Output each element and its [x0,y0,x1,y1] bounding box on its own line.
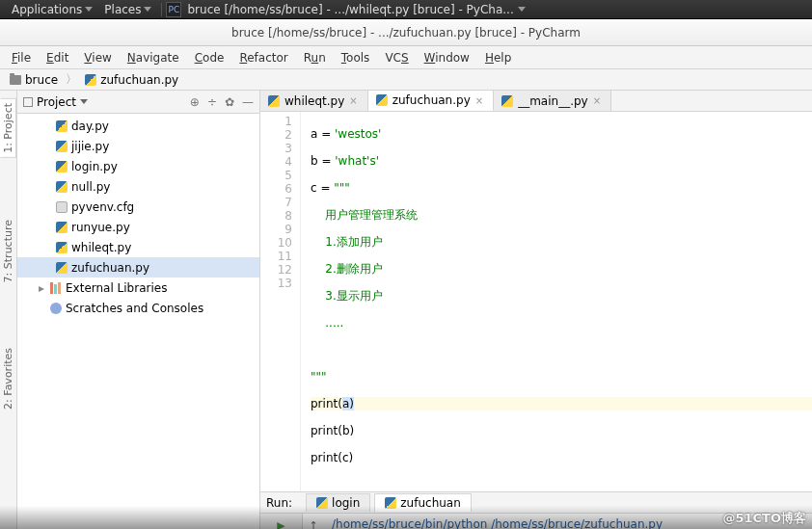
breadcrumb-file[interactable]: zufuchuan.py [81,72,182,88]
window-title: bruce [/home/ss/bruce] - .../zufuchuan.p… [231,26,581,40]
pycharm-taskbar-icon[interactable]: PC [166,2,181,17]
tree-external-libraries[interactable]: ▸External Libraries [17,278,259,298]
line-number[interactable]: 13 [260,276,292,289]
menu-run[interactable]: Run [296,48,334,67]
close-tab-icon[interactable]: × [349,95,357,106]
line-number[interactable]: 12 [260,262,292,276]
project-panel: Project ⊕ ÷ ✿ — day.pyjijie.pylogin.pynu… [17,91,260,529]
locate-icon[interactable]: ⊕ [190,95,200,109]
menu-tools[interactable]: Tools [334,48,378,67]
config-file-icon [56,201,68,213]
tree-item-label: Scratches and Consoles [66,302,203,315]
line-number[interactable]: 5 [260,168,292,181]
project-icon [23,97,33,107]
project-title[interactable]: Project [23,95,186,109]
tree-item-label: day.py [71,119,109,133]
chevron-right-icon: 〉 [66,71,77,88]
chevron-down-icon [85,7,93,12]
menu-code[interactable]: Code [187,48,232,67]
taskbar-window-title[interactable]: bruce [/home/ss/bruce] - .../whileqt.py … [187,3,513,16]
line-number[interactable]: 10 [260,235,292,249]
tab-label: zufuchuan.py [392,93,471,107]
tree-item-label: login.py [71,160,118,173]
line-number[interactable]: 4 [260,154,292,168]
chevron-right-icon: ▸ [39,281,46,295]
code-area[interactable]: a = 'westos' b = 'what's' c = """ 用户管理管理… [301,112,812,491]
sys-applications-menu[interactable]: Applications [6,3,98,16]
chevron-down-icon [144,7,151,12]
close-tab-icon[interactable]: × [475,95,483,106]
watermark: @51CTO博客 [722,510,806,527]
vtab-project[interactable]: 1: Project [0,98,16,158]
tree-item[interactable]: jijie.py [17,136,259,156]
collapse-icon[interactable]: ÷ [207,95,217,109]
settings-gear-icon[interactable]: ✿ [225,95,234,109]
line-number[interactable]: 3 [260,141,292,154]
chevron-down-icon [80,99,88,104]
python-file-icon [56,262,68,274]
breadcrumb-root[interactable]: bruce [6,72,62,88]
tree-item-label: jijie.py [71,140,109,153]
main-area: 1: Project 7: Structure 2: Favorites Pro… [0,91,812,529]
python-file-icon [376,94,388,106]
python-file-icon [501,95,513,107]
tree-item-label: null.py [71,180,110,194]
menu-window[interactable]: Window [417,48,477,67]
line-gutter[interactable]: 12345678910111213 [260,112,301,491]
tree-item[interactable]: login.py [17,156,259,176]
left-tool-tabs: 1: Project 7: Structure 2: Favorites [0,91,17,529]
tab-label: whileqt.py [284,94,344,108]
menu-help[interactable]: Help [477,48,519,67]
line-number[interactable]: 11 [260,249,292,262]
tree-item[interactable]: whileqt.py [17,237,259,257]
libraries-icon [50,282,62,294]
line-number[interactable]: 8 [260,208,292,222]
tree-item[interactable]: pyvenv.cfg [17,197,259,217]
bottom-shade [0,506,812,529]
line-number[interactable]: 7 [260,195,292,208]
python-file-icon [56,222,68,233]
tree-item-label: External Libraries [66,281,167,295]
python-file-icon [85,74,96,86]
line-number[interactable]: 9 [260,222,292,235]
project-header: Project ⊕ ÷ ✿ — [17,91,259,114]
tree-scratches[interactable]: Scratches and Consoles [17,298,259,318]
menu-view[interactable]: View [76,48,119,67]
tree-item[interactable]: runyue.py [17,217,259,237]
python-file-icon [56,161,68,172]
menu-refactor[interactable]: Refactor [231,48,295,67]
menu-vcs[interactable]: VCS [377,48,416,67]
breadcrumb: bruce 〉 zufuchuan.py [0,69,812,91]
tree-item[interactable]: null.py [17,176,259,197]
scratches-icon [50,303,62,314]
vtab-favorites[interactable]: 2: Favorites [1,344,15,413]
project-tree[interactable]: day.pyjijie.pylogin.pynull.pypyvenv.cfgr… [17,114,259,529]
menu-navigate[interactable]: Navigate [120,48,187,67]
divider [161,3,162,16]
window-title-bar: bruce [/home/ss/bruce] - .../zufuchuan.p… [0,19,812,46]
editor-tabs: whileqt.py×zufuchuan.py×__main__.py× [260,91,812,112]
vtab-structure[interactable]: 7: Structure [1,216,15,286]
menu-edit[interactable]: Edit [39,48,76,67]
hide-panel-icon[interactable]: — [242,95,254,109]
editor-tab[interactable]: __main__.py× [494,91,611,111]
editor-tab[interactable]: whileqt.py× [260,91,368,111]
sys-places-menu[interactable]: Places [98,3,157,16]
line-number[interactable]: 6 [260,181,292,195]
folder-icon [10,75,21,85]
tree-item[interactable]: day.py [17,116,259,136]
menu-file[interactable]: File [4,48,39,67]
tree-item-label: zufuchuan.py [71,261,149,275]
menu-bar: File Edit View Navigate Code Refactor Ru… [0,46,812,69]
tab-label: __main__.py [518,94,588,108]
tree-item-label: whileqt.py [71,241,131,254]
line-number[interactable]: 1 [260,114,292,127]
line-number[interactable]: 2 [260,127,292,141]
python-file-icon [268,95,280,107]
tree-item-label: pyvenv.cfg [71,200,134,214]
tree-item[interactable]: zufuchuan.py [17,257,259,278]
system-bar: Applications Places PC bruce [/home/ss/b… [0,0,812,19]
editor-body[interactable]: 12345678910111213 a = 'westos' b = 'what… [260,112,812,491]
close-tab-icon[interactable]: × [593,95,601,106]
editor-tab[interactable]: zufuchuan.py× [368,91,494,111]
